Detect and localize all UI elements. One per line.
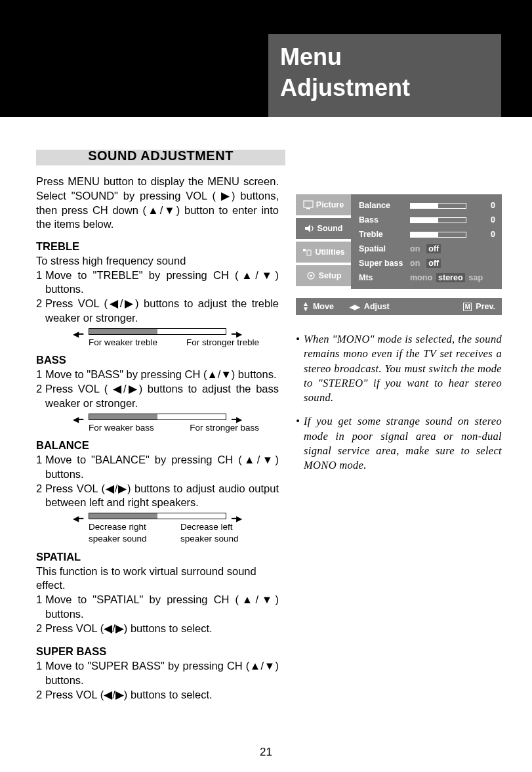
hint-adjust: ◀▶ Adjust <box>350 302 390 311</box>
menu-key-icon: M <box>463 303 472 311</box>
arrow-left-icon: ◀━ <box>72 414 83 425</box>
osd-row-mts[interactable]: Mts mono stereo sap <box>359 270 495 285</box>
note-1: •When "MONO" mode is selected, the sound… <box>296 332 502 405</box>
treble-left-label: For weaker treble <box>89 337 157 349</box>
bass-right-label: For stronger bass <box>190 422 259 434</box>
hint-move: ▲▼ Move <box>302 301 334 312</box>
chapter-line2: Adjustment <box>280 73 489 104</box>
slider-bar <box>89 414 226 420</box>
balance-right-label: Decrease left speaker sound <box>180 521 259 545</box>
leftright-icon: ◀▶ <box>350 303 360 311</box>
bass-step1: 1Move to "BASS" by pressing CH (▲/▼) but… <box>36 368 279 382</box>
svg-rect-4 <box>307 250 311 255</box>
osd-row-superbass[interactable]: Super bass on off <box>359 256 495 270</box>
svg-marker-2 <box>305 225 310 232</box>
utilities-icon <box>302 247 312 257</box>
superbass-step1: 1Move to "SUPER BASS" by pressing CH (▲/… <box>36 659 279 688</box>
intro-text: Press MENU button to display the MENU sc… <box>36 175 279 232</box>
left-column: Press MENU button to display the MENU sc… <box>36 175 279 702</box>
treble-slider: ◀━ For weaker treble For stronger treble… <box>36 328 279 349</box>
section-title: SOUND ADJUSTMENT <box>36 148 285 163</box>
osd-row-bass[interactable]: Bass 0 <box>359 213 495 227</box>
bass-slider: ◀━ For weaker bass For stronger bass ━▶ <box>36 414 279 434</box>
balance-step1: 1Move to "BALANCE" by pressing CH (▲/▼) … <box>36 453 279 482</box>
osd-row-balance[interactable]: Balance 0 <box>359 198 495 213</box>
treble-step2: 2Press VOL (◀/▶) buttons to adjust the t… <box>36 297 279 326</box>
arrow-right-icon: ━▶ <box>232 513 243 525</box>
spatial-step1: 1Move to "SPATIAL" by pressing CH (▲/▼) … <box>36 593 279 622</box>
notes: •When "MONO" mode is selected, the sound… <box>296 332 502 473</box>
osd-panel: Balance 0 Bass 0 Treble 0 <box>351 194 502 289</box>
svg-rect-3 <box>303 249 306 251</box>
spatial-step2: 2Press VOL (◀/▶) buttons to select. <box>36 622 279 636</box>
right-column: Picture Sound Utilities <box>296 175 502 702</box>
superbass-step2: 2Press VOL (◀/▶) buttons to select. <box>36 688 279 702</box>
osd-bar <box>410 232 466 238</box>
page-content: SOUND ADJUSTMENT Press MENU button to di… <box>36 150 502 702</box>
chapter-title: Menu Adjustment <box>268 34 501 117</box>
bass-left-label: For weaker bass <box>89 422 154 434</box>
balance-step2: 2Press VOL (◀/▶) buttons to adjust audio… <box>36 482 279 511</box>
osd-tab-sound[interactable]: Sound <box>296 218 351 239</box>
osd-bar <box>410 203 466 209</box>
arrow-left-icon: ◀━ <box>72 513 83 525</box>
hint-prev: M Prev. <box>463 302 495 311</box>
balance-left-label: Decrease right speaker sound <box>89 521 167 545</box>
osd-row-treble[interactable]: Treble 0 <box>359 227 495 242</box>
osd-tab-setup[interactable]: Setup <box>296 265 351 286</box>
osd-menu: Picture Sound Utilities <box>296 194 502 289</box>
treble-heading: TREBLE <box>36 240 279 254</box>
arrow-left-icon: ◀━ <box>72 328 83 340</box>
osd-row-spatial[interactable]: Spatial on off <box>359 242 495 256</box>
note-2: •If you get some strange sound on stereo… <box>296 414 502 473</box>
osd-tabs: Picture Sound Utilities <box>296 194 351 289</box>
osd-hint-bar: ▲▼ Move ◀▶ Adjust M Prev. <box>296 298 502 315</box>
setup-icon <box>306 271 316 280</box>
updown-icon: ▲▼ <box>302 301 309 312</box>
treble-lead: To stress high frequency sound <box>36 254 279 268</box>
arrow-right-icon: ━▶ <box>232 328 243 340</box>
picture-icon <box>303 200 314 209</box>
section-title-wrap: SOUND ADJUSTMENT <box>36 150 285 165</box>
chapter-line1: Menu <box>280 42 489 73</box>
treble-right-label: For stronger treble <box>186 337 259 349</box>
osd-tab-utilities[interactable]: Utilities <box>296 242 351 263</box>
osd-bar <box>410 217 466 223</box>
columns: Press MENU button to display the MENU sc… <box>36 175 502 702</box>
sound-icon <box>304 224 315 233</box>
superbass-heading: SUPER BASS <box>36 645 279 659</box>
page-number: 21 <box>0 746 532 759</box>
svg-rect-1 <box>306 208 310 209</box>
spatial-heading: SPATIAL <box>36 550 279 565</box>
bass-heading: BASS <box>36 353 279 368</box>
svg-point-6 <box>310 274 312 277</box>
slider-bar <box>89 328 226 335</box>
slider-bar <box>89 513 226 519</box>
bass-step2: 2Press VOL ( ◀/▶) buttons to adjust the … <box>36 382 279 411</box>
balance-slider: ◀━ Decrease right speaker sound Decrease… <box>36 513 279 545</box>
arrow-right-icon: ━▶ <box>232 414 243 425</box>
osd-tab-picture[interactable]: Picture <box>296 194 351 215</box>
svg-rect-0 <box>304 201 313 207</box>
spatial-lead: This function is to work virtual surroun… <box>36 565 279 593</box>
treble-step1: 1Move to "TREBLE" by pressing CH (▲/▼) b… <box>36 268 279 297</box>
balance-heading: BALANCE <box>36 439 279 453</box>
